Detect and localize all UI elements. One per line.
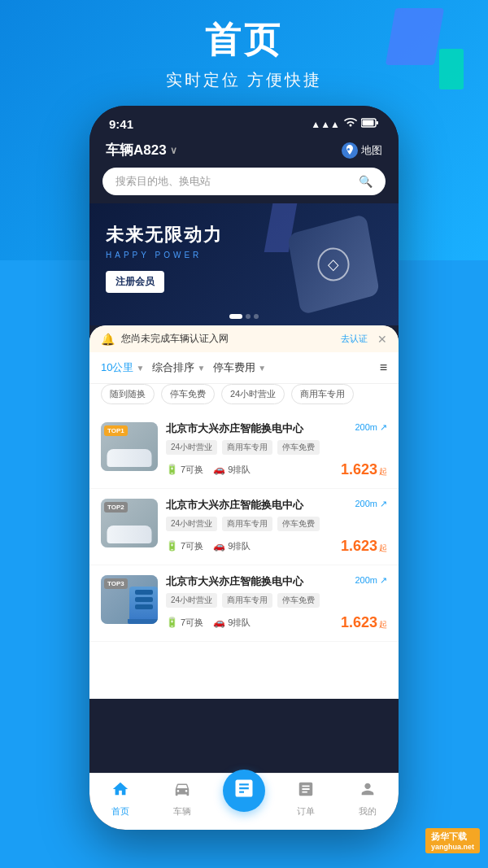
station-stats-2: 🔋 7可换 🚗 9排队 1.623 起 (166, 538, 387, 555)
station-dist-2: 200m ↗ (355, 499, 387, 509)
swap-center-icon (233, 777, 255, 805)
nav-home[interactable]: 首页 (89, 780, 151, 824)
notice-action-button[interactable]: 去认证 (341, 333, 368, 345)
station-stats-1: 🔋 7可换 🚗 9排队 1.623 起 (166, 461, 387, 478)
swap-slot-1 (135, 590, 153, 595)
stat-queue-count-1: 9排队 (228, 464, 251, 476)
s-tag-free-3: 停车免费 (277, 593, 320, 608)
station-tags-1: 24小时营业 商用车专用 停车免费 (166, 440, 387, 455)
s-tag-commercial-2: 商用车专用 (222, 517, 272, 531)
banner-car-image: ◇ (277, 212, 390, 317)
svg-rect-1 (363, 120, 374, 126)
stat-queue-count-2: 9排队 (228, 540, 251, 552)
banner-dots (229, 314, 259, 319)
swap-station-image (125, 579, 158, 624)
station-info-1: 北京市大兴亦庄智能换电中心 200m ↗ 24小时营业 商用车专用 停车免费 🔋… (166, 422, 387, 478)
stat-available-3: 🔋 7可换 (166, 617, 203, 629)
content-card: 🔔 您尚未完成车辆认证入网 去认证 ✕ 10公里 ▼ 综合排序 ▼ 停车费用 ▼… (89, 325, 399, 699)
station-tags-3: 24小时营业 商用车专用 停车免费 (166, 593, 387, 608)
nav-home-label: 首页 (111, 805, 129, 818)
filter-fee-label: 停车费用 (213, 360, 255, 375)
tag-commercial[interactable]: 商用车专用 (291, 384, 354, 404)
nav-center-button[interactable] (223, 770, 265, 812)
station-item-3[interactable]: TOP3 北京市大兴亦庄智能换电中心 200m ↗ 24小时营业 商用车专用 停… (89, 565, 399, 642)
swap-slot-2 (135, 597, 153, 602)
stat-queue-3: 🚗 9排队 (213, 617, 251, 629)
map-button[interactable]: 地图 (342, 142, 382, 159)
nav-vehicle[interactable]: 车辆 (151, 780, 213, 824)
price-value-3: 1.623 (341, 614, 377, 631)
price-suffix-2: 起 (379, 543, 387, 554)
station-item-1[interactable]: TOP1 北京市大兴亦庄智能换电中心 200m ↗ 24小时营业 商用车专用 停… (89, 412, 399, 489)
station-name-3: 北京市大兴亦庄智能换电中心 (166, 575, 348, 589)
station-dist-1: 200m ↗ (355, 422, 387, 433)
tag-24h[interactable]: 24小时营业 (221, 384, 285, 404)
notice-text: 您尚未完成车辆认证入网 (121, 332, 334, 346)
search-bar[interactable]: 搜索目的地、换电站 🔍 (102, 168, 386, 195)
filter-distance-arrow: ▼ (136, 364, 144, 373)
banner-main-text: 未来无限动力 (106, 223, 223, 247)
thumb-car-2 (107, 526, 152, 543)
station-name-1: 北京市大兴亦庄智能换电中心 (166, 422, 348, 436)
nav-profile-label: 我的 (359, 805, 377, 818)
s-tag-free-2: 停车免费 (277, 517, 320, 531)
swap-tower (129, 587, 158, 619)
stat-price-3: 1.623 起 (341, 614, 387, 631)
wifi-icon (344, 118, 357, 130)
filter-distance[interactable]: 10公里 ▼ (101, 360, 144, 375)
svg-rect-2 (377, 121, 379, 124)
filter-fee-arrow: ▼ (258, 364, 266, 373)
map-icon (342, 142, 358, 159)
nav-order[interactable]: 订单 (275, 780, 337, 824)
station-thumb-3: TOP3 (101, 575, 158, 624)
filter-menu-icon[interactable]: ≡ (380, 360, 387, 375)
tag-free-parking[interactable]: 停车免费 (161, 384, 215, 404)
vehicle-selector[interactable]: 车辆A823 ∨ (106, 141, 177, 159)
status-bar: 9:41 ▲▲▲ (89, 106, 399, 136)
notice-icon: 🔔 (101, 333, 115, 346)
banner: 未来无限动力 HAPPY POWER 注册会员 ◇ (89, 203, 399, 325)
vehicle-icon (173, 780, 191, 803)
car-icon-1: 🚗 (213, 464, 225, 475)
stat-available-2: 🔋 7可换 (166, 540, 203, 552)
price-value-1: 1.623 (341, 461, 377, 478)
stat-price-2: 1.623 起 (341, 538, 387, 555)
stat-available-count-3: 7可换 (181, 617, 203, 629)
page-title: 首页 (0, 16, 488, 64)
signal-icon: ▲▲▲ (311, 119, 340, 130)
station-item-2[interactable]: TOP2 北京市大兴亦庄智能换电中心 200m ↗ 24小时营业 商用车专用 停… (89, 489, 399, 565)
price-value-2: 1.623 (341, 538, 377, 555)
banner-register-button[interactable]: 注册会员 (106, 271, 164, 293)
profile-icon (359, 780, 377, 803)
banner-sub-text: HAPPY POWER (106, 251, 223, 260)
top-badge-1: TOP1 (104, 425, 128, 436)
filter-fee[interactable]: 停车费用 ▼ (213, 360, 266, 375)
battery-green-icon-2: 🔋 (166, 540, 178, 552)
s-tag-commercial-1: 商用车专用 (222, 440, 272, 455)
filter-sort-label: 综合排序 (152, 360, 194, 375)
filter-sort-arrow: ▼ (197, 364, 205, 373)
station-dist-3: 200m ↗ (355, 575, 387, 586)
swap-base (128, 619, 159, 624)
thumb-car-1 (107, 449, 152, 467)
nav-center[interactable] (213, 770, 275, 827)
banner-text-area: 未来无限动力 HAPPY POWER 注册会员 (106, 223, 223, 293)
banner-car-shape: ◇ (287, 214, 380, 316)
s-tag-free-1: 停车免费 (277, 440, 320, 455)
nav-order-label: 订单 (297, 805, 315, 818)
station-list: TOP1 北京市大兴亦庄智能换电中心 200m ↗ 24小时营业 商用车专用 停… (89, 412, 399, 642)
notice-close-button[interactable]: ✕ (377, 333, 387, 346)
battery-green-icon-3: 🔋 (166, 617, 178, 628)
filter-sort[interactable]: 综合排序 ▼ (152, 360, 205, 375)
nav-profile[interactable]: 我的 (337, 780, 399, 824)
top-badge-3: TOP3 (104, 578, 128, 589)
home-icon (111, 780, 129, 803)
page-header: 首页 实时定位 方便快捷 (0, 16, 488, 91)
phone-frame: 9:41 ▲▲▲ 车辆A823 ∨ (89, 106, 399, 830)
s-tag-24h-3: 24小时营业 (166, 593, 217, 608)
s-tag-commercial-3: 商用车专用 (222, 593, 272, 608)
banner-logo: ◇ (317, 247, 349, 281)
filter-distance-label: 10公里 (101, 360, 133, 375)
dot-1 (229, 314, 242, 319)
tag-swap[interactable]: 随到随换 (101, 384, 155, 404)
